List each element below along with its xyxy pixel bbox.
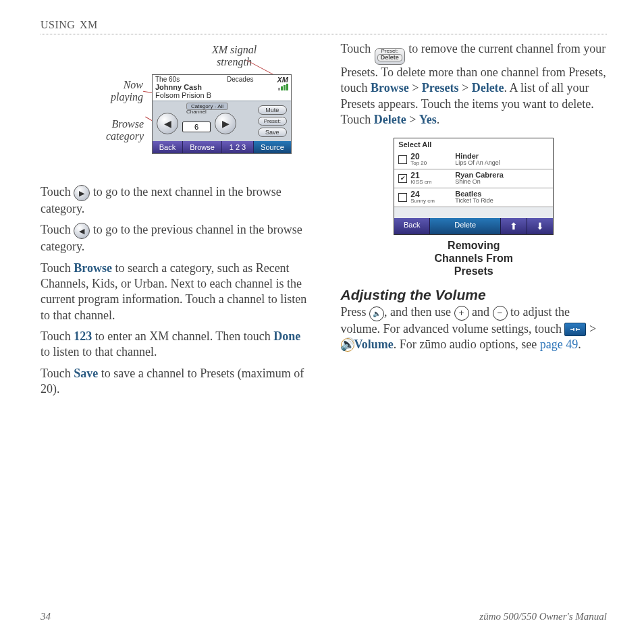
para-volume: Press 🔈, and then use + and − to adjust …: [341, 304, 608, 352]
xm-logo: XM: [277, 76, 289, 84]
figure-xm-screen: XM signal strength Now playing Browse ca…: [41, 44, 307, 179]
section-header: USING XM: [41, 19, 607, 34]
123-button[interactable]: 1 2 3: [222, 141, 254, 153]
genre-label: The 60s: [155, 76, 180, 83]
back-button-2[interactable]: Back: [394, 218, 430, 234]
prev-channel-button[interactable]: ◀: [157, 113, 178, 134]
para-123: Touch 123 to enter an XM channel. Then t…: [41, 329, 307, 360]
next-arrow-icon: ▶: [74, 185, 90, 201]
scroll-up-button[interactable]: ⬆: [501, 218, 527, 234]
mute-button[interactable]: Mute: [258, 105, 287, 115]
scroll-down-button[interactable]: ⬇: [527, 218, 553, 234]
preset-row[interactable]: ✔ 21KISS cm Ryan CabreraShine On: [394, 169, 553, 188]
now-playing-song: Folsom Prision B: [155, 91, 288, 99]
para-delete-preset: Touch Preset:Delete to remove the curren…: [341, 41, 608, 128]
figure-remove-presets: Select All 20Top 20 HinderLips Of An Ang…: [394, 138, 554, 235]
callout-browse: Browse category: [80, 118, 144, 143]
callout-now-playing: Now playing: [89, 79, 143, 104]
page-link[interactable]: page 49: [540, 338, 578, 351]
prev-arrow-icon: ◀: [74, 223, 90, 239]
volume-icon: 🔊: [341, 338, 354, 352]
page-number: 34: [41, 611, 51, 622]
plus-icon: +: [454, 306, 469, 321]
xm-player-screenshot: The 60s Decades XM Johnny Cash Folsom Pr…: [152, 74, 292, 154]
select-all[interactable]: Select All: [394, 138, 553, 151]
signal-strength-icon: [278, 84, 288, 90]
decades-label: Decades: [227, 76, 253, 83]
checkbox-icon[interactable]: [398, 193, 407, 202]
browse-button[interactable]: Browse: [183, 141, 222, 153]
checkbox-icon[interactable]: [398, 155, 407, 164]
para-next-channel: Touch ▶ to go to the next channel in the…: [41, 184, 307, 217]
delete-button[interactable]: Delete: [430, 218, 501, 234]
para-save: Touch Save to save a channel to Presets …: [41, 366, 307, 398]
checkbox-icon[interactable]: ✔: [398, 174, 407, 183]
preset-row[interactable]: 24Sunny cm BeatlesTicket To Ride: [394, 188, 553, 207]
figure2-caption: Removing Channels From Presets: [341, 239, 608, 278]
minus-icon: −: [493, 306, 508, 321]
preset-row[interactable]: 20Top 20 HinderLips Of An Angel: [394, 151, 553, 169]
para-browse: Touch Browse to search a category, such …: [41, 261, 307, 324]
heading-adjusting-volume: Adjusting the Volume: [341, 287, 608, 303]
speaker-icon: 🔈: [369, 306, 384, 321]
page-footer: 34 zūmo 500/550 Owner's Manual: [41, 611, 607, 622]
wrench-icon: [564, 323, 586, 336]
now-playing-artist: Johnny Cash: [155, 83, 288, 91]
delete-preset-icon: Preset:Delete: [375, 48, 405, 65]
save-button[interactable]: Save: [258, 128, 287, 137]
next-channel-button[interactable]: ▶: [215, 113, 236, 134]
category-box[interactable]: Category - All: [186, 103, 228, 110]
channel-number[interactable]: 6: [182, 122, 211, 132]
source-button[interactable]: Source: [254, 141, 291, 153]
callout-signal: XM signal strength: [197, 44, 271, 69]
para-prev-channel: Touch ◀ to go to the previous channel in…: [41, 222, 307, 254]
manual-title: zūmo 500/550 Owner's Manual: [479, 611, 607, 622]
back-button[interactable]: Back: [153, 141, 183, 153]
preset-label: Preset:: [258, 117, 287, 126]
